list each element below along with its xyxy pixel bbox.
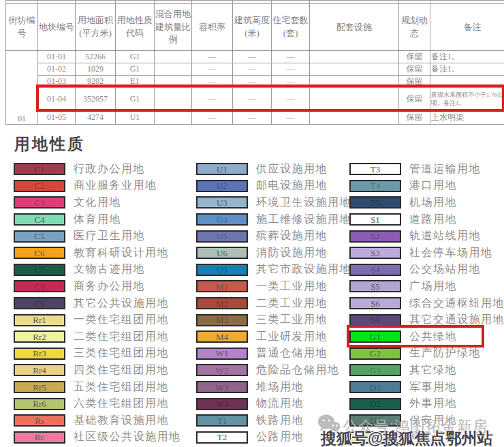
legend-code: Rc xyxy=(35,433,44,442)
housing-units-cell: — xyxy=(272,111,310,125)
legend-label: 商务办公用地 xyxy=(74,279,145,294)
legend-code: U9 xyxy=(217,265,227,274)
legend-label: 四类住宅组团用地 xyxy=(74,363,169,377)
legend-code: M1 xyxy=(216,282,228,291)
legend-item-d2: D2外事用地 xyxy=(349,395,499,412)
color-swatch: Rr1 xyxy=(14,314,65,326)
far-cell: — xyxy=(192,88,233,111)
legend-label: 普通仓储用地 xyxy=(256,346,328,360)
column-header: 备注 xyxy=(430,4,504,51)
color-swatch: C3 xyxy=(14,196,65,209)
legend-label: 殡葬设施用地 xyxy=(256,229,328,243)
legend-code: C7 xyxy=(34,265,44,274)
legend-code: W3 xyxy=(216,383,229,392)
legend-code: S4 xyxy=(371,265,380,274)
legend-label: 生产防护绿地 xyxy=(409,346,481,360)
legend-code: D2 xyxy=(370,399,381,408)
legend-item-s4: S4公交场站用地 xyxy=(349,262,499,279)
remark-cell: 备注1。 xyxy=(430,51,504,63)
color-swatch: D1 xyxy=(349,381,401,393)
legend-code: T1 xyxy=(217,416,227,425)
legend-item-rs: Rs基础教育设施用地 xyxy=(14,412,196,429)
land-use-code-cell: U1 xyxy=(116,111,155,125)
legend-code: C2 xyxy=(34,181,44,190)
column-header: 用地性质代码 xyxy=(116,4,155,51)
column-header: 混合用地建筑量比例 xyxy=(155,4,192,51)
legend-label: 供应设施用地 xyxy=(256,162,328,176)
mixed-use-ratio-cell xyxy=(155,63,192,76)
color-swatch: C8 xyxy=(14,280,65,292)
legend-code: G1 xyxy=(370,333,381,341)
legend-label: 军事用地 xyxy=(409,380,457,395)
color-swatch: S9 xyxy=(349,314,401,326)
mixed-use-ratio-cell xyxy=(155,111,192,125)
housing-units-cell: — xyxy=(272,88,310,111)
color-swatch: U5 xyxy=(196,230,248,243)
facilities-cell xyxy=(310,88,399,111)
legend-label: 堆场用地 xyxy=(256,380,304,395)
legend-code: S2 xyxy=(371,232,380,241)
legend-item-w2: W2危险品仓储用地 xyxy=(196,362,349,379)
legend-label: 铁路用地 xyxy=(256,414,304,428)
legend-label: 三类住宅组团用地 xyxy=(74,346,169,360)
legend-label: 基础教育设施用地 xyxy=(74,414,169,428)
legend-item-w1: W1普通仓储用地 xyxy=(196,345,349,363)
legend-code: M3 xyxy=(216,315,228,324)
color-swatch: Rr4 xyxy=(14,364,65,376)
land-use-legend: C1行政办公用地C2商业服务业用地C3文化用地C4体育用地C5医疗卫生用地C6教… xyxy=(14,161,501,447)
legend-item-c8: C8商务办公用地 xyxy=(14,278,196,295)
land-area-cell: 9202 xyxy=(76,76,116,88)
land-use-code-cell: G1 xyxy=(116,88,155,111)
legend-item-rr5: Rr5五类住宅组团用地 xyxy=(14,379,196,396)
column-header: 地块编号 xyxy=(38,4,76,51)
legend-label: 轨道站线用地 xyxy=(409,229,481,243)
color-swatch: T2 xyxy=(196,431,248,444)
legend-item-s3: S3社会停车场用地 xyxy=(349,245,499,262)
legend-item-w3: W3堆场用地 xyxy=(196,379,349,396)
legend-code: G3 xyxy=(370,366,381,375)
color-swatch: W2 xyxy=(196,364,248,376)
table-row: 01-039202E1———保留 xyxy=(6,76,504,88)
color-swatch: Rc xyxy=(14,431,65,444)
table-row: 01-054274U1———保留上水明渠 xyxy=(6,111,504,125)
legend-label: 管道运输用地 xyxy=(409,162,481,176)
plot-number-cell: 01-01 xyxy=(38,51,76,63)
color-swatch: U6 xyxy=(196,247,248,259)
legend-label: 行政办公用地 xyxy=(74,162,145,176)
color-swatch: S2 xyxy=(349,230,401,243)
legend-label: 社区级公共设施用地 xyxy=(74,430,181,444)
legend-code: W1 xyxy=(216,349,229,358)
mixed-use-ratio-cell xyxy=(155,51,192,63)
legend-label: 环境卫生设施用地 xyxy=(256,196,351,210)
legend-item-u6: U6消防设施用地 xyxy=(196,245,349,262)
legend-label: 社会停车场用地 xyxy=(409,246,493,260)
legend-item-rr6: Rr6六类住宅组团用地 xyxy=(14,395,196,412)
legend-code: S9 xyxy=(371,315,380,324)
legend-label: 一类工业用地 xyxy=(256,279,328,294)
color-swatch: U3 xyxy=(196,196,248,209)
color-swatch: T3 xyxy=(349,163,401,175)
watermark-sohu-account: 搜狐号@搜狐焦点鄂州站 xyxy=(321,428,492,447)
legend-item-s6: S6综合交通枢纽用地 xyxy=(349,295,499,312)
planning-status-cell: 保留 xyxy=(399,51,430,63)
legend-label: 公共绿地 xyxy=(409,330,457,344)
legend-item-u9: U9其它市政设施用地 xyxy=(196,262,349,279)
planning-status-cell: 保留 xyxy=(399,63,430,76)
legend-item-s2: S2轨道站线用地 xyxy=(349,228,499,245)
legend-code: U3 xyxy=(217,198,227,207)
legend-code: T3 xyxy=(371,165,380,174)
legend-item-c3: C3文化用地 xyxy=(14,194,196,211)
far-cell: — xyxy=(192,51,233,63)
land-use-code-cell: G1 xyxy=(116,51,155,63)
color-swatch: S1 xyxy=(349,213,401,226)
table-header-row: 街坊编号地块编号用地面积 (平方米)用地性质代码混合用地建筑量比例容积率建筑高度… xyxy=(6,4,504,51)
legend-code: Rr2 xyxy=(33,333,46,341)
facilities-cell xyxy=(310,51,399,63)
legend-item-u1: U1供应设施用地 xyxy=(196,161,349,178)
legend-item-m4: M4工业研发用地 xyxy=(196,328,349,345)
legend-label: 体育用地 xyxy=(74,213,121,227)
color-swatch: T1 xyxy=(196,414,248,427)
mixed-use-ratio-cell xyxy=(155,88,192,111)
color-swatch: G1 xyxy=(349,330,401,343)
legend-column-3: T3管道运输用地T4港口用地T5机场用地S1道路用地S2轨道站线用地S3社会停车… xyxy=(349,161,499,447)
